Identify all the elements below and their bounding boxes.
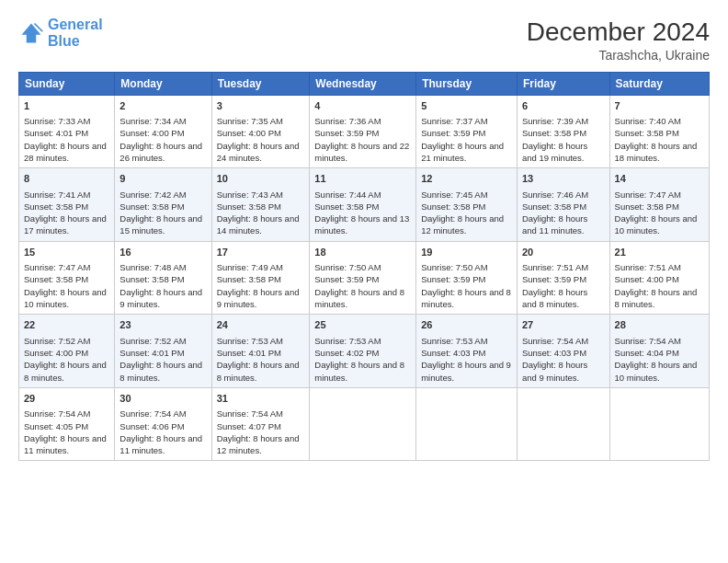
- day-number: 2: [119, 99, 206, 113]
- calendar-cell: 11 Sunrise: 7:44 AMSunset: 3:58 PMDaylig…: [310, 168, 416, 242]
- calendar-cell: 27 Sunrise: 7:54 AMSunset: 4:03 PMDaylig…: [517, 315, 609, 388]
- day-number: 26: [421, 318, 512, 332]
- table-row: 15 Sunrise: 7:47 AMSunset: 3:58 PMDaylig…: [19, 241, 710, 315]
- cell-content: Sunrise: 7:52 AMSunset: 4:00 PMDaylight:…: [24, 336, 107, 383]
- cell-content: Sunrise: 7:34 AMSunset: 4:00 PMDaylight:…: [119, 116, 202, 163]
- calendar-cell: 26 Sunrise: 7:53 AMSunset: 4:03 PMDaylig…: [416, 315, 518, 388]
- col-sunday: Sunday: [19, 72, 115, 95]
- day-number: 4: [314, 99, 411, 113]
- day-number: 29: [24, 392, 109, 406]
- day-number: 23: [119, 318, 206, 332]
- calendar-cell: 21 Sunrise: 7:51 AMSunset: 4:00 PMDaylig…: [609, 241, 709, 315]
- day-number: 3: [217, 99, 305, 113]
- calendar-cell: 2 Sunrise: 7:34 AMSunset: 4:00 PMDayligh…: [115, 95, 211, 168]
- header-row: Sunday Monday Tuesday Wednesday Thursday…: [19, 72, 710, 95]
- cell-content: Sunrise: 7:50 AMSunset: 3:59 PMDaylight:…: [314, 262, 404, 309]
- calendar-cell: 15 Sunrise: 7:47 AMSunset: 3:58 PMDaylig…: [19, 241, 115, 315]
- cell-content: Sunrise: 7:36 AMSunset: 3:59 PMDaylight:…: [314, 116, 409, 163]
- calendar-cell: 7 Sunrise: 7:40 AMSunset: 3:58 PMDayligh…: [609, 95, 709, 168]
- table-row: 22 Sunrise: 7:52 AMSunset: 4:00 PMDaylig…: [19, 315, 710, 388]
- cell-content: Sunrise: 7:49 AMSunset: 3:58 PMDaylight:…: [217, 262, 300, 309]
- calendar-cell: 25 Sunrise: 7:53 AMSunset: 4:02 PMDaylig…: [310, 315, 416, 388]
- title-block: December 2024 Tarashcha, Ukraine: [527, 17, 710, 63]
- day-number: 21: [615, 246, 704, 259]
- calendar-cell: [416, 387, 518, 461]
- day-number: 8: [24, 172, 109, 186]
- col-friday: Friday: [517, 72, 609, 95]
- cell-content: Sunrise: 7:54 AMSunset: 4:05 PMDaylight:…: [24, 408, 107, 455]
- cell-content: Sunrise: 7:41 AMSunset: 3:58 PMDaylight:…: [24, 190, 107, 236]
- cell-content: Sunrise: 7:52 AMSunset: 4:01 PMDaylight:…: [119, 336, 202, 383]
- day-number: 22: [24, 318, 109, 332]
- cell-content: Sunrise: 7:37 AMSunset: 3:59 PMDaylight:…: [421, 116, 504, 163]
- logo-icon: [18, 20, 44, 46]
- day-number: 19: [421, 246, 512, 259]
- calendar-cell: 22 Sunrise: 7:52 AMSunset: 4:00 PMDaylig…: [19, 315, 115, 388]
- day-number: 9: [119, 172, 206, 186]
- calendar-cell: [609, 387, 709, 461]
- day-number: 25: [314, 318, 411, 332]
- cell-content: Sunrise: 7:35 AMSunset: 4:00 PMDaylight:…: [217, 116, 300, 163]
- calendar-cell: 12 Sunrise: 7:45 AMSunset: 3:58 PMDaylig…: [416, 168, 518, 242]
- cell-content: Sunrise: 7:42 AMSunset: 3:58 PMDaylight:…: [119, 190, 202, 236]
- logo-text: General Blue: [48, 17, 103, 49]
- table-row: 8 Sunrise: 7:41 AMSunset: 3:58 PMDayligh…: [19, 168, 710, 242]
- day-number: 12: [421, 172, 512, 186]
- table-row: 1 Sunrise: 7:33 AMSunset: 4:01 PMDayligh…: [19, 95, 710, 168]
- day-number: 24: [217, 318, 305, 332]
- calendar-cell: 4 Sunrise: 7:36 AMSunset: 3:59 PMDayligh…: [310, 95, 416, 168]
- day-number: 10: [217, 172, 305, 186]
- calendar-cell: 30 Sunrise: 7:54 AMSunset: 4:06 PMDaylig…: [115, 387, 211, 461]
- calendar-cell: 14 Sunrise: 7:47 AMSunset: 3:58 PMDaylig…: [609, 168, 709, 242]
- cell-content: Sunrise: 7:54 AMSunset: 4:07 PMDaylight:…: [217, 408, 300, 455]
- col-wednesday: Wednesday: [310, 72, 416, 95]
- logo: General Blue: [18, 17, 103, 49]
- calendar-cell: 5 Sunrise: 7:37 AMSunset: 3:59 PMDayligh…: [416, 95, 518, 168]
- cell-content: Sunrise: 7:47 AMSunset: 3:58 PMDaylight:…: [24, 262, 107, 309]
- calendar-cell: [310, 387, 416, 461]
- calendar-cell: 13 Sunrise: 7:46 AMSunset: 3:58 PMDaylig…: [517, 168, 609, 242]
- calendar-cell: 20 Sunrise: 7:51 AMSunset: 3:59 PMDaylig…: [517, 241, 609, 315]
- cell-content: Sunrise: 7:50 AMSunset: 3:59 PMDaylight:…: [421, 262, 511, 309]
- calendar-cell: 23 Sunrise: 7:52 AMSunset: 4:01 PMDaylig…: [115, 315, 211, 388]
- day-number: 18: [314, 246, 411, 259]
- cell-content: Sunrise: 7:54 AMSunset: 4:03 PMDaylight:…: [522, 336, 588, 383]
- day-number: 16: [119, 246, 206, 259]
- cell-content: Sunrise: 7:51 AMSunset: 4:00 PMDaylight:…: [615, 262, 698, 309]
- cell-content: Sunrise: 7:53 AMSunset: 4:01 PMDaylight:…: [217, 336, 300, 383]
- cell-content: Sunrise: 7:44 AMSunset: 3:58 PMDaylight:…: [314, 190, 409, 236]
- main-title: December 2024: [527, 17, 710, 48]
- cell-content: Sunrise: 7:46 AMSunset: 3:58 PMDaylight:…: [522, 190, 588, 236]
- calendar-cell: 3 Sunrise: 7:35 AMSunset: 4:00 PMDayligh…: [211, 95, 310, 168]
- day-number: 15: [24, 246, 109, 259]
- day-number: 11: [314, 172, 411, 186]
- calendar-cell: 17 Sunrise: 7:49 AMSunset: 3:58 PMDaylig…: [211, 241, 310, 315]
- cell-content: Sunrise: 7:53 AMSunset: 4:03 PMDaylight:…: [421, 336, 511, 383]
- cell-content: Sunrise: 7:33 AMSunset: 4:01 PMDaylight:…: [24, 116, 107, 163]
- cell-content: Sunrise: 7:54 AMSunset: 4:06 PMDaylight:…: [119, 408, 202, 455]
- calendar-cell: 1 Sunrise: 7:33 AMSunset: 4:01 PMDayligh…: [19, 95, 115, 168]
- calendar-cell: 6 Sunrise: 7:39 AMSunset: 3:58 PMDayligh…: [517, 95, 609, 168]
- day-number: 20: [522, 246, 605, 259]
- day-number: 1: [24, 99, 109, 113]
- col-saturday: Saturday: [609, 72, 709, 95]
- day-number: 7: [615, 99, 704, 113]
- col-tuesday: Tuesday: [211, 72, 310, 95]
- calendar-cell: 19 Sunrise: 7:50 AMSunset: 3:59 PMDaylig…: [416, 241, 518, 315]
- day-number: 31: [217, 392, 305, 406]
- page: General Blue December 2024 Tarashcha, Uk…: [0, 0, 728, 563]
- subtitle: Tarashcha, Ukraine: [527, 48, 710, 63]
- header: General Blue December 2024 Tarashcha, Uk…: [18, 17, 710, 63]
- day-number: 14: [615, 172, 704, 186]
- calendar-cell: 28 Sunrise: 7:54 AMSunset: 4:04 PMDaylig…: [609, 315, 709, 388]
- calendar-table: Sunday Monday Tuesday Wednesday Thursday…: [18, 72, 710, 462]
- day-number: 30: [119, 392, 206, 406]
- day-number: 28: [615, 318, 704, 332]
- calendar-cell: [517, 387, 609, 461]
- calendar-cell: 8 Sunrise: 7:41 AMSunset: 3:58 PMDayligh…: [19, 168, 115, 242]
- cell-content: Sunrise: 7:53 AMSunset: 4:02 PMDaylight:…: [314, 336, 404, 383]
- day-number: 6: [522, 99, 605, 113]
- day-number: 17: [217, 246, 305, 259]
- table-row: 29 Sunrise: 7:54 AMSunset: 4:05 PMDaylig…: [19, 387, 710, 461]
- day-number: 5: [421, 99, 512, 113]
